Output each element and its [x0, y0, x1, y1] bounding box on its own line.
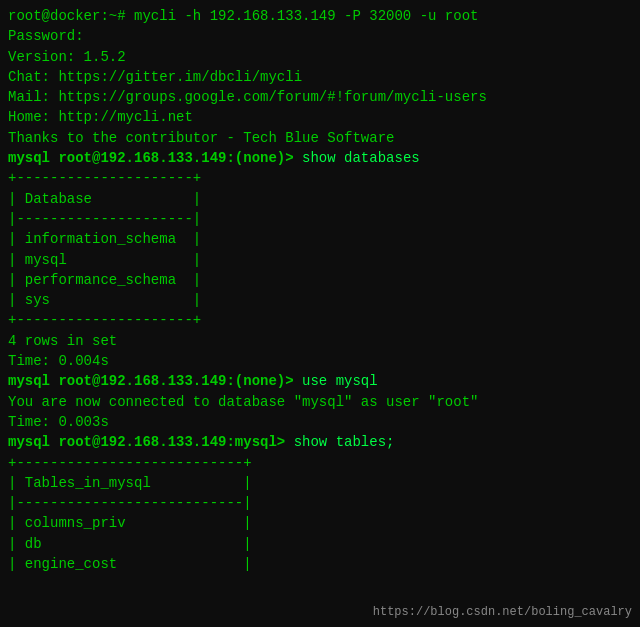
- prompt-text: mysql root@192.168.133.149:mysql>: [8, 434, 294, 450]
- terminal-line: Home: http://mycli.net: [8, 107, 632, 127]
- terminal-line: | mysql |: [8, 250, 632, 270]
- output-text: Password:: [8, 28, 84, 44]
- output-text: | performance_schema |: [8, 272, 201, 288]
- output-text: Time: 0.003s: [8, 414, 109, 430]
- terminal-line: |---------------------------|: [8, 493, 632, 513]
- terminal-line: | db |: [8, 534, 632, 554]
- terminal-line: +---------------------+: [8, 168, 632, 188]
- terminal-window: root@docker:~# mycli -h 192.168.133.149 …: [0, 0, 640, 627]
- output-text: Version: 1.5.2: [8, 49, 126, 65]
- terminal-line: +---------------------+: [8, 310, 632, 330]
- watermark: https://blog.csdn.net/boling_cavalry: [373, 605, 632, 619]
- output-text: | sys |: [8, 292, 201, 308]
- output-text: root@docker:~# mycli -h 192.168.133.149 …: [8, 8, 478, 24]
- terminal-line: Mail: https://groups.google.com/forum/#!…: [8, 87, 632, 107]
- output-text: Home: http://mycli.net: [8, 109, 193, 125]
- output-text: | mysql |: [8, 252, 201, 268]
- terminal-line: | sys |: [8, 290, 632, 310]
- terminal-line: | performance_schema |: [8, 270, 632, 290]
- terminal-line: mysql root@192.168.133.149:mysql> show t…: [8, 432, 632, 452]
- command-text: show tables;: [294, 434, 395, 450]
- output-text: |---------------------|: [8, 211, 201, 227]
- output-text: +---------------------+: [8, 170, 201, 186]
- output-text: | engine_cost |: [8, 556, 252, 572]
- terminal-line: root@docker:~# mycli -h 192.168.133.149 …: [8, 6, 632, 26]
- prompt-text: mysql root@192.168.133.149:(none)>: [8, 373, 302, 389]
- output-text: | Tables_in_mysql |: [8, 475, 252, 491]
- terminal-line: | Tables_in_mysql |: [8, 473, 632, 493]
- terminal-line: Version: 1.5.2: [8, 47, 632, 67]
- terminal-line: Thanks to the contributor - Tech Blue So…: [8, 128, 632, 148]
- terminal-line: | Database |: [8, 189, 632, 209]
- terminal-line: You are now connected to database "mysql…: [8, 392, 632, 412]
- output-text: Chat: https://gitter.im/dbcli/mycli: [8, 69, 302, 85]
- terminal-line: 4 rows in set: [8, 331, 632, 351]
- terminal-line: Chat: https://gitter.im/dbcli/mycli: [8, 67, 632, 87]
- command-text: use mysql: [302, 373, 378, 389]
- output-text: Time: 0.004s: [8, 353, 109, 369]
- terminal-line: | columns_priv |: [8, 513, 632, 533]
- command-text: show databases: [302, 150, 420, 166]
- terminal-output: root@docker:~# mycli -h 192.168.133.149 …: [8, 6, 632, 574]
- terminal-line: | engine_cost |: [8, 554, 632, 574]
- output-text: | Database |: [8, 191, 201, 207]
- output-text: |---------------------------|: [8, 495, 252, 511]
- output-text: +---------------------------+: [8, 455, 252, 471]
- terminal-line: Time: 0.003s: [8, 412, 632, 432]
- output-text: You are now connected to database "mysql…: [8, 394, 478, 410]
- terminal-line: mysql root@192.168.133.149:(none)> show …: [8, 148, 632, 168]
- terminal-line: |---------------------|: [8, 209, 632, 229]
- terminal-line: +---------------------------+: [8, 453, 632, 473]
- output-text: | columns_priv |: [8, 515, 252, 531]
- output-text: Thanks to the contributor - Tech Blue So…: [8, 130, 394, 146]
- output-text: | db |: [8, 536, 252, 552]
- terminal-line: | information_schema |: [8, 229, 632, 249]
- output-text: +---------------------+: [8, 312, 201, 328]
- prompt-text: mysql root@192.168.133.149:(none)>: [8, 150, 302, 166]
- terminal-line: Password:: [8, 26, 632, 46]
- output-text: 4 rows in set: [8, 333, 117, 349]
- terminal-line: Time: 0.004s: [8, 351, 632, 371]
- output-text: | information_schema |: [8, 231, 201, 247]
- output-text: Mail: https://groups.google.com/forum/#!…: [8, 89, 487, 105]
- terminal-line: mysql root@192.168.133.149:(none)> use m…: [8, 371, 632, 391]
